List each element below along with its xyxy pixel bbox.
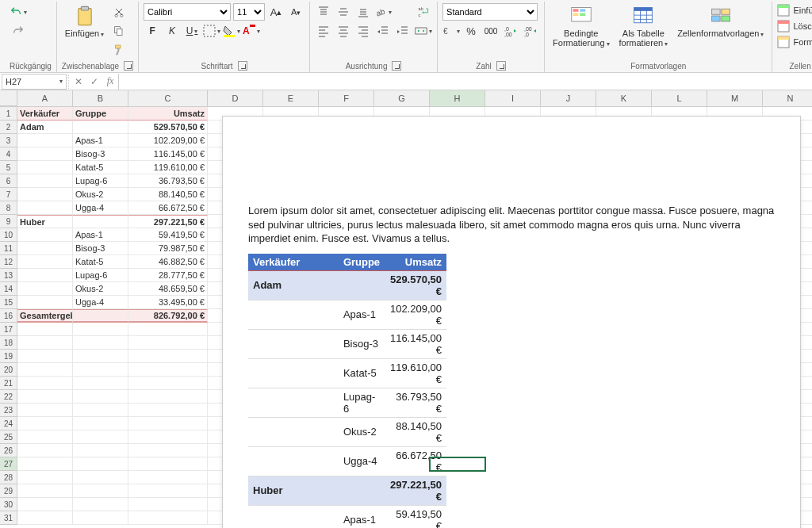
cell-B27[interactable] (73, 457, 128, 471)
col-header-B[interactable]: B (73, 90, 128, 106)
cell-B1[interactable]: Gruppe (73, 107, 128, 121)
orientation-button[interactable]: ab▾ (374, 3, 392, 21)
row-header-3[interactable]: 3 (0, 134, 17, 147)
cell-A6[interactable] (17, 174, 73, 188)
conditional-formatting-button[interactable]: Bedingte Formatierung▾ (550, 3, 612, 50)
col-header-F[interactable]: F (319, 90, 374, 106)
paste-button[interactable]: Einfügen▾ (62, 3, 107, 40)
cell-A22[interactable] (17, 390, 73, 404)
cell-B15[interactable]: Ugga-4 (73, 296, 128, 309)
cell-A2[interactable]: Adam (17, 121, 73, 134)
row-header-1[interactable]: 1 (0, 107, 17, 121)
row-header-8[interactable]: 8 (0, 201, 17, 215)
cell-B11[interactable]: Bisog-3 (73, 242, 128, 255)
borders-button[interactable]: ▾ (203, 22, 220, 40)
cell-A31[interactable] (17, 511, 73, 525)
row-header-9[interactable]: 9 (0, 215, 17, 228)
row-header-12[interactable]: 12 (0, 255, 17, 269)
cell-C21[interactable] (128, 377, 208, 390)
row-header-14[interactable]: 14 (0, 282, 17, 296)
cell-C15[interactable]: 33.495,00 € (128, 296, 208, 309)
cell-A8[interactable] (17, 201, 73, 215)
cell-C2[interactable]: 529.570,50 € (128, 121, 208, 134)
undo-button[interactable]: ▾ (10, 3, 27, 21)
cell-B25[interactable] (73, 430, 128, 444)
fx-button[interactable]: fx (102, 74, 118, 90)
cell-C4[interactable]: 116.145,00 € (128, 147, 208, 161)
cell-C22[interactable] (128, 390, 208, 404)
cell-B7[interactable]: Okus-2 (73, 188, 128, 201)
cell-A21[interactable] (17, 377, 73, 390)
cell-C31[interactable] (128, 511, 208, 525)
col-header-M[interactable]: M (707, 90, 763, 106)
cell-A14[interactable] (17, 282, 73, 296)
cell-B5[interactable]: Katat-5 (73, 161, 128, 174)
worksheet[interactable]: ABCDEFGHIJKLMN1VerkäuferGruppeUmsatz2Ada… (0, 90, 812, 528)
accept-formula-button[interactable]: ✓ (86, 74, 102, 90)
cell-B26[interactable] (73, 444, 128, 457)
cell-B21[interactable] (73, 377, 128, 390)
cell-C18[interactable] (128, 336, 208, 350)
cell-A11[interactable] (17, 242, 73, 255)
row-header-27[interactable]: 27 (0, 457, 17, 471)
col-header-A[interactable]: A (17, 90, 73, 106)
cell-A24[interactable] (17, 417, 73, 430)
align-left-button[interactable] (315, 22, 332, 40)
cell-C8[interactable]: 66.672,50 € (128, 201, 208, 215)
cell-A1[interactable]: Verkäufer (17, 107, 73, 121)
cell-C5[interactable]: 119.610,00 € (128, 161, 208, 174)
cell-B18[interactable] (73, 336, 128, 350)
number-dialog-launcher[interactable] (496, 61, 506, 71)
format-painter-button[interactable] (110, 41, 128, 59)
cell-B12[interactable]: Katat-5 (73, 255, 128, 269)
underline-button[interactable]: U▾ (183, 22, 201, 40)
font-size-select[interactable]: 11 (233, 3, 265, 21)
align-right-button[interactable] (354, 22, 372, 40)
row-header-11[interactable]: 11 (0, 242, 17, 255)
cell-A16[interactable]: Gesamtergebnis (17, 309, 73, 323)
clipboard-dialog-launcher[interactable] (124, 61, 133, 71)
cell-B6[interactable]: Lupag-6 (73, 174, 128, 188)
cell-A17[interactable] (17, 323, 73, 336)
cell-A29[interactable] (17, 484, 73, 498)
row-header-18[interactable]: 18 (0, 336, 17, 350)
align-top-button[interactable] (315, 3, 332, 21)
insert-cells-button[interactable]: Einfüge (777, 3, 812, 17)
cell-C27[interactable] (128, 457, 208, 471)
row-header-21[interactable]: 21 (0, 377, 17, 390)
cell-styles-button[interactable]: Zellenformatvorlagen▾ (674, 3, 767, 40)
cell-B22[interactable] (73, 390, 128, 404)
col-header-I[interactable]: I (485, 90, 541, 106)
percent-button[interactable]: % (462, 22, 480, 40)
cell-A18[interactable] (17, 336, 73, 350)
cell-B20[interactable] (73, 363, 128, 377)
cell-B9[interactable] (73, 215, 128, 228)
cell-C26[interactable] (128, 444, 208, 457)
cell-B30[interactable] (73, 498, 128, 511)
currency-button[interactable]: €▾ (442, 22, 460, 40)
cell-B14[interactable]: Okus-2 (73, 282, 128, 296)
decrease-font-button[interactable]: A▾ (287, 3, 304, 21)
col-header-E[interactable]: E (263, 90, 319, 106)
row-header-25[interactable]: 25 (0, 430, 17, 444)
row-header-2[interactable]: 2 (0, 121, 17, 134)
cell-C17[interactable] (128, 323, 208, 336)
row-header-6[interactable]: 6 (0, 174, 17, 188)
cell-C9[interactable]: 297.221,50 € (128, 215, 208, 228)
formula-input[interactable] (118, 74, 812, 90)
align-middle-button[interactable] (335, 3, 352, 21)
cell-C19[interactable] (128, 350, 208, 363)
cell-A13[interactable] (17, 269, 73, 282)
decrease-decimal-button[interactable]: ,00,0 (522, 22, 539, 40)
col-header-C[interactable]: C (128, 90, 208, 106)
col-header-J[interactable]: J (541, 90, 596, 106)
embedded-document[interactable]: Lorem ipsum dolor sit amet, consectetuer… (222, 116, 801, 528)
cell-C29[interactable] (128, 484, 208, 498)
row-header-5[interactable]: 5 (0, 161, 17, 174)
cell-A26[interactable] (17, 444, 73, 457)
fill-color-button[interactable]: ▾ (223, 22, 240, 40)
cell-B4[interactable]: Bisog-3 (73, 147, 128, 161)
row-header-19[interactable]: 19 (0, 350, 17, 363)
font-name-select[interactable]: Calibri (144, 3, 231, 21)
cut-button[interactable] (110, 3, 128, 21)
